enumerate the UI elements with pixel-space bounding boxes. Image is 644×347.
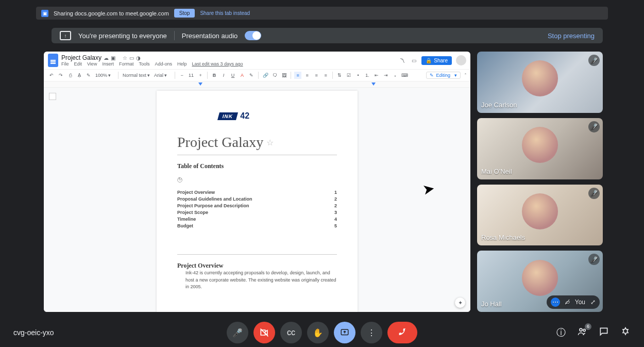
indent-dec-icon[interactable]: ⇤ bbox=[373, 72, 380, 79]
font-size-inc[interactable]: + bbox=[197, 72, 204, 79]
menu-tools[interactable]: Tools bbox=[139, 61, 149, 67]
print-icon[interactable]: ⎙ bbox=[66, 72, 74, 79]
participant-count-badge: 6 bbox=[585, 323, 591, 330]
text-color-icon[interactable]: A bbox=[239, 72, 246, 79]
cloud-icon: ☁ bbox=[104, 55, 109, 61]
more-options-button[interactable]: ⋮ bbox=[361, 322, 382, 343]
activities-icon[interactable] bbox=[620, 326, 631, 339]
indent-inc-icon[interactable]: ⇥ bbox=[382, 72, 389, 79]
leave-call-button[interactable] bbox=[387, 322, 417, 343]
editing-mode-button[interactable]: ✎ Editing ▾ bbox=[426, 72, 461, 79]
explore-button[interactable]: ✦ bbox=[455, 298, 465, 308]
indent-marker-icon[interactable] bbox=[198, 82, 202, 86]
zoom-select[interactable]: 100% ▾ bbox=[94, 73, 115, 78]
toc-row[interactable]: Budget5 bbox=[177, 223, 337, 228]
presenting-banner: ↑ You're presenting to everyone Presenta… bbox=[52, 28, 603, 43]
toc-row[interactable]: Project Scope3 bbox=[177, 210, 337, 215]
mic-button[interactable]: 🎤 bbox=[227, 322, 248, 343]
align-left-icon[interactable]: ≡ bbox=[294, 72, 301, 79]
doc-share-label: Share bbox=[434, 58, 448, 63]
last-edit-link[interactable]: Last edit was 3 days ago bbox=[192, 61, 243, 67]
paint-format-icon[interactable]: ✎ bbox=[85, 72, 92, 79]
toc-refresh-button[interactable] bbox=[177, 177, 182, 183]
doc-share-button[interactable]: 🔒 Share bbox=[421, 56, 452, 65]
toc-row[interactable]: Project Purpose and Description2 bbox=[177, 203, 337, 208]
participant-tile-self[interactable]: 🎤̸ Jo Hall ⋯ ▱̸ You ⤢ bbox=[477, 251, 603, 312]
menu-addons[interactable]: Add-ons bbox=[155, 61, 172, 67]
font-select[interactable]: Arial ▾ bbox=[153, 73, 172, 78]
title-rule bbox=[177, 155, 337, 155]
chat-icon[interactable] bbox=[599, 326, 609, 339]
google-docs-icon[interactable] bbox=[48, 54, 58, 67]
align-justify-icon[interactable]: ≡ bbox=[322, 72, 329, 79]
section-overview-body[interactable]: Ink-42 is currently accepting proposals … bbox=[177, 270, 337, 291]
activity-icon[interactable]: 〽 bbox=[399, 57, 406, 64]
highlight-icon[interactable]: ✎ bbox=[248, 72, 255, 79]
pencil-icon: ✎ bbox=[430, 73, 434, 78]
doc-ruler[interactable] bbox=[44, 81, 470, 88]
toc-row[interactable]: Timeline4 bbox=[177, 217, 337, 222]
insert-image-icon[interactable]: 🖼 bbox=[280, 72, 287, 79]
camera-off-button[interactable] bbox=[253, 322, 275, 343]
participant-tile[interactable]: 🎤̸ Joe Carlson bbox=[477, 52, 603, 113]
clear-format-icon[interactable]: ₓ bbox=[392, 72, 399, 79]
menu-format[interactable]: Format bbox=[119, 61, 134, 67]
expand-icon[interactable]: ⤢ bbox=[590, 299, 596, 306]
ink-number: 42 bbox=[240, 111, 249, 121]
font-size[interactable]: 11 bbox=[188, 73, 195, 78]
menu-insert[interactable]: Insert bbox=[102, 61, 114, 67]
stop-presenting-button[interactable]: Stop presenting bbox=[548, 32, 595, 40]
bulleted-list-icon[interactable]: • bbox=[354, 72, 362, 79]
presentation-audio-toggle[interactable] bbox=[245, 31, 261, 40]
meet-right-controls: ⓘ 6 bbox=[556, 326, 631, 339]
underline-icon[interactable]: U bbox=[229, 72, 236, 79]
share-stop-button[interactable]: Stop bbox=[174, 9, 195, 18]
shared-doc-window: Project Galaxy ☁ ▣ ☆ ▭ ◑ File Edit View … bbox=[44, 52, 470, 312]
undo-icon[interactable]: ↶ bbox=[48, 72, 55, 79]
style-select[interactable]: Normal text ▾ bbox=[122, 73, 151, 78]
redo-icon[interactable]: ↷ bbox=[57, 72, 64, 79]
toolbar-chevron-icon[interactable]: ˆ bbox=[465, 73, 466, 78]
present-doc-icon[interactable]: ▭ bbox=[410, 57, 417, 64]
people-icon[interactable]: 6 bbox=[577, 326, 587, 339]
align-center-icon[interactable]: ≡ bbox=[303, 72, 311, 79]
document-outline-button[interactable] bbox=[49, 93, 56, 100]
doc-title[interactable]: Project Galaxy bbox=[61, 54, 101, 61]
menu-view[interactable]: View bbox=[87, 61, 97, 67]
account-avatar[interactable] bbox=[456, 55, 466, 65]
line-spacing-icon[interactable]: ⇅ bbox=[336, 72, 343, 79]
present-screen-button[interactable] bbox=[334, 322, 355, 343]
right-tab-marker-icon[interactable] bbox=[371, 82, 376, 86]
raise-hand-button[interactable]: ✋ bbox=[307, 322, 329, 343]
bold-icon[interactable]: B bbox=[211, 72, 218, 79]
checklist-icon[interactable]: ☑ bbox=[345, 72, 352, 79]
insert-link-icon[interactable]: 🔗 bbox=[262, 72, 269, 79]
share-instead-link[interactable]: Share this tab instead bbox=[200, 10, 250, 16]
input-tools-icon[interactable]: ⌨ bbox=[401, 72, 408, 79]
doc-page[interactable]: INK 42 Project Galaxy ☆ Table of Content… bbox=[157, 91, 358, 312]
font-size-dec[interactable]: − bbox=[178, 72, 185, 79]
meeting-details-icon[interactable]: ⓘ bbox=[556, 326, 566, 339]
section-overview-header[interactable]: Project Overview bbox=[177, 262, 337, 270]
more-options-icon[interactable]: ⋯ bbox=[551, 298, 560, 307]
toc-row[interactable]: Project Overview1 bbox=[177, 190, 337, 195]
participant-tile[interactable]: 🎤̸ Mai O'Neil bbox=[477, 118, 603, 179]
align-right-icon[interactable]: ≡ bbox=[313, 72, 320, 79]
move-icon[interactable]: ▭ bbox=[129, 55, 134, 61]
menu-file[interactable]: File bbox=[61, 61, 69, 67]
status-icon[interactable]: ◑ bbox=[136, 55, 141, 61]
participant-tile[interactable]: 🎤̸ Rosa Michaels bbox=[477, 185, 603, 246]
main-content-row: Project Galaxy ☁ ▣ ☆ ▭ ◑ File Edit View … bbox=[44, 52, 603, 312]
captions-button[interactable]: cc bbox=[280, 322, 302, 343]
doc-heading-title[interactable]: Project Galaxy ☆ bbox=[177, 134, 337, 151]
italic-icon[interactable]: I bbox=[220, 72, 227, 79]
star-icon[interactable]: ☆ bbox=[123, 55, 127, 61]
toc-row[interactable]: Proposal Guidelines and Location2 bbox=[177, 196, 337, 202]
menu-edit[interactable]: Edit bbox=[74, 61, 82, 67]
remove-tile-icon[interactable]: ▱̸ bbox=[565, 299, 570, 306]
menu-help[interactable]: Help bbox=[177, 61, 187, 67]
add-comment-icon[interactable]: 🗨 bbox=[271, 72, 278, 79]
numbered-list-icon[interactable]: 1. bbox=[364, 72, 371, 79]
toc-header[interactable]: Table of Contents bbox=[177, 162, 337, 170]
spellcheck-icon[interactable]: Ạ bbox=[76, 72, 83, 79]
